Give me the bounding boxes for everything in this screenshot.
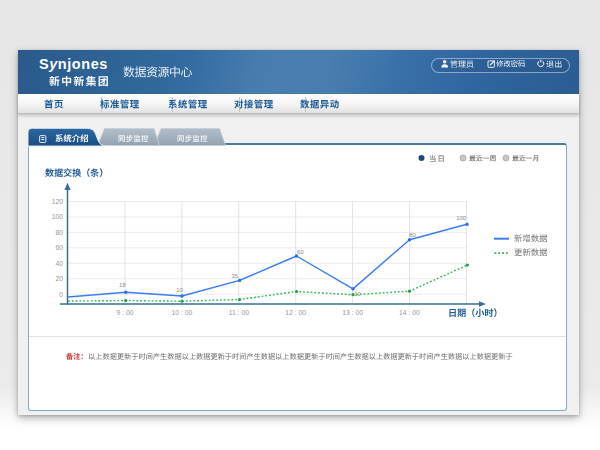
svg-text:14 : 00: 14 : 00 bbox=[399, 309, 420, 316]
svg-text:80: 80 bbox=[55, 229, 63, 236]
svg-text:10: 10 bbox=[354, 291, 361, 297]
svg-text:12 : 00: 12 : 00 bbox=[285, 309, 306, 316]
svg-text:9 : 00: 9 : 00 bbox=[116, 309, 133, 316]
svg-text:13 : 00: 13 : 00 bbox=[342, 309, 363, 316]
svg-text:40: 40 bbox=[55, 260, 63, 267]
svg-text:60: 60 bbox=[297, 249, 304, 255]
svg-text:20: 20 bbox=[55, 275, 63, 282]
svg-text:60: 60 bbox=[55, 244, 63, 251]
svg-text:120: 120 bbox=[52, 198, 64, 205]
svg-text:100: 100 bbox=[52, 213, 64, 220]
svg-text:10: 10 bbox=[176, 287, 183, 293]
svg-text:80: 80 bbox=[409, 232, 416, 238]
svg-text:11 : 00: 11 : 00 bbox=[229, 309, 250, 316]
svg-text:100: 100 bbox=[456, 215, 467, 221]
svg-text:18: 18 bbox=[119, 282, 126, 288]
svg-text:0: 0 bbox=[59, 291, 63, 298]
svg-text:35: 35 bbox=[232, 273, 239, 279]
svg-text:10 : 00: 10 : 00 bbox=[172, 309, 193, 316]
